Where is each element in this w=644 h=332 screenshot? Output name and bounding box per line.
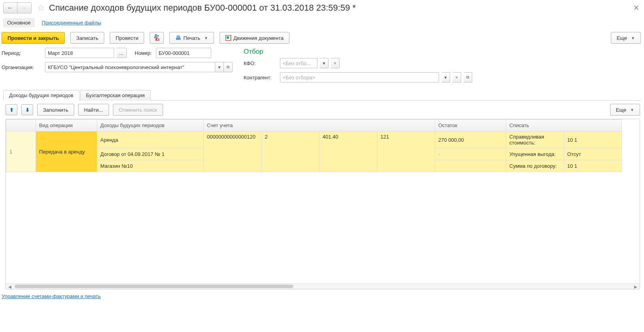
scroll-thumb[interactable] [15,285,293,288]
arrow-right-icon: → [21,4,28,11]
print-button[interactable]: 🖶 Печать ▼ [169,32,214,44]
find-button[interactable]: Найти... [78,104,109,116]
cell-acc-2[interactable]: 2 [261,131,319,172]
filter-title: Отбор [244,48,641,56]
cell-sp2-value[interactable]: Отсут [564,148,622,160]
arrow-left-icon: ← [7,4,13,11]
nav-back-button[interactable]: ← [3,2,17,13]
cancel-find-button: Отменить поиск [113,104,163,116]
cell-sp2-label[interactable]: Упущенная выгода: [506,148,564,160]
more-label: Еще [617,35,627,41]
data-grid[interactable]: Вид операции Доходы будущих периодов Сче… [6,119,640,289]
caret-down-icon: ▼ [204,36,208,40]
counterparty-dropdown-button[interactable]: ▼ [441,72,450,83]
number-label: Номер: [135,50,152,56]
move-down-button[interactable]: ⬇ [21,104,33,115]
subtab-future-income[interactable]: Доходы будущих периодов [3,90,79,101]
period-label: Период: [2,50,43,56]
cell-sp3-label[interactable]: Сумма по договору: [506,160,564,172]
kfo-clear-button[interactable]: × [331,58,340,68]
nav-forward-button[interactable]: → [17,2,32,13]
table-row[interactable]: 1 Передача в аренду Аренда 0000000000000… [6,131,622,148]
col-writeoff[interactable]: Списать [506,120,622,131]
col-balance[interactable]: Остаток [435,120,506,131]
fill-button[interactable]: Заполнить [37,104,74,116]
organization-open-button[interactable]: ⧉ [224,62,233,72]
cell-balance-3[interactable] [435,160,506,172]
close-icon[interactable]: ✕ [633,4,641,12]
caret-down-icon: ▼ [631,36,635,40]
dt-kt-icon: ДтКт [154,34,160,41]
favorite-star-icon[interactable]: ☆ [37,3,45,13]
period-input[interactable]: Март 2018 [45,48,114,58]
grid-more-label: Еще [616,107,626,113]
kfo-label: КФО: [244,60,278,66]
move-up-button[interactable]: ⬆ [6,104,17,115]
col-number[interactable] [6,120,36,131]
invoice-management-link[interactable]: Управление счетами-фактурами и печать [0,291,644,299]
scroll-right-icon[interactable]: ▶ [633,284,639,289]
kfo-input[interactable]: <Без отбо... [280,58,317,68]
tab-attached-files[interactable]: Присоединенные файлы [42,20,101,26]
cell-income-3[interactable]: Магазин №10 [97,160,204,172]
print-label: Печать [183,35,200,41]
cell-sp1-label[interactable]: Справедливая стоимость: [506,131,564,148]
cell-income-2[interactable]: Договор от 04.09.2017 № 1 [97,148,204,160]
counterparty-clear-button[interactable]: × [452,72,461,83]
document-movements-icon [225,35,231,41]
counterparty-input[interactable]: <Без отбора> [280,72,439,83]
more-button[interactable]: Еще ▼ [611,32,641,44]
dt-kt-button[interactable]: ДтКт [150,32,164,44]
kfo-dropdown-button[interactable]: ▼ [320,58,329,68]
organization-input[interactable]: КГБУСО "Центральный психоневрологический… [45,62,215,72]
cell-balance-1[interactable]: 270 000,00 [435,131,506,148]
grid-more-button[interactable]: Еще ▼ [610,104,640,116]
col-operation[interactable]: Вид операции [36,120,97,131]
counterparty-label: Контрагент: [244,75,278,81]
page-title: Списание доходов будущих периодов БУ00-0… [49,3,356,13]
cell-acc-3[interactable]: 401.40 [319,131,377,172]
movements-button[interactable]: Движения документа [220,32,289,44]
scroll-left-icon[interactable]: ◀ [7,284,13,289]
cell-sp3-value[interactable]: 10 1 [564,160,622,172]
number-input[interactable]: БУ00-000001 [156,48,211,58]
cell-income-1[interactable]: Аренда [97,131,204,148]
cell-acc-4[interactable]: 121 [377,131,435,172]
movements-label: Движения документа [233,35,284,41]
counterparty-open-button[interactable]: ⧉ [464,72,472,83]
post-button[interactable]: Провести [110,32,145,44]
period-picker-button[interactable]: ... [116,48,127,58]
tab-main[interactable]: Основное [3,18,35,27]
arrow-up-icon: ⬆ [9,107,14,113]
cell-row-number: 1 [6,131,36,172]
cell-acc-1[interactable]: 00000000000000120 [204,131,262,172]
cell-sp1-value[interactable]: 10 1 [564,131,622,148]
horizontal-scrollbar[interactable]: ◀ ▶ [6,283,640,289]
caret-down-icon: ▼ [630,108,634,112]
organization-label: Организация: [2,64,43,70]
col-account[interactable]: Счет учета [204,120,435,131]
cell-balance-2[interactable]: - [435,148,506,160]
col-income[interactable]: Доходы будущих периодов [97,120,204,131]
organization-dropdown-button[interactable]: ▼ [215,62,224,72]
printer-icon: 🖶 [175,35,181,41]
arrow-down-icon: ⬇ [25,107,30,113]
post-and-close-button[interactable]: Провести и закрыть [2,32,65,44]
cell-operation[interactable]: Передача в аренду [36,131,97,172]
save-button[interactable]: Записать [70,32,104,44]
subtab-accounting-operation[interactable]: Бухгалтерская операция [80,90,151,101]
